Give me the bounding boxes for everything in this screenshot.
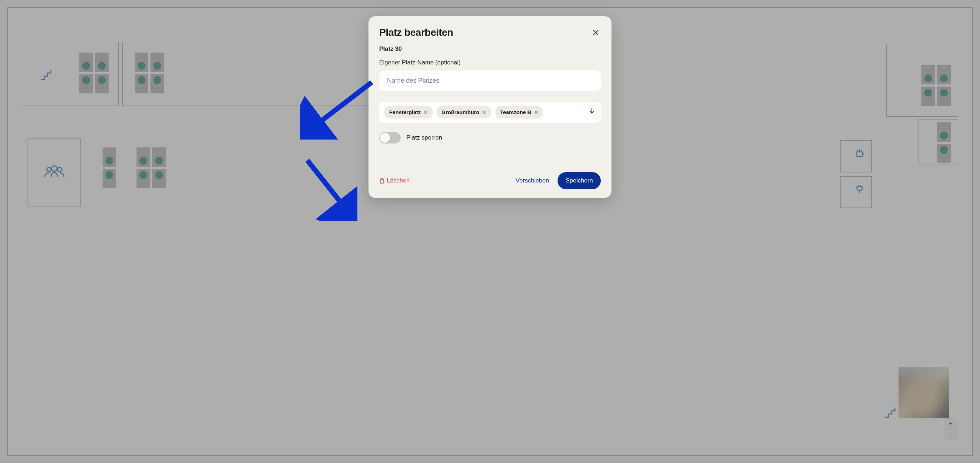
seat-identifier: Platz 30 [379,45,601,53]
close-button[interactable] [591,27,601,38]
edit-seat-modal: Platz bearbeiten Platz 30 Eigener Platz-… [369,16,611,198]
tag-remove-icon[interactable]: ✕ [534,110,538,115]
tag-chip: Fensterplatz ✕ [384,106,433,118]
name-field-label: Eigener Platz-Name (optional) [379,59,601,66]
tag-chip: Teamzone B ✕ [495,106,543,118]
lock-seat-toggle[interactable] [379,132,401,144]
delete-label: Löschen [387,177,410,184]
tag-label: Fensterplatz [389,109,421,115]
tag-label: Großraumbüro [441,109,479,115]
tag-chip: Großraumbüro ✕ [436,106,492,118]
save-button[interactable]: Speichern [558,172,601,189]
seat-name-input[interactable] [379,70,601,91]
move-button[interactable]: Verschieben [516,177,549,184]
trash-icon [379,178,385,184]
delete-button[interactable]: Löschen [379,177,410,184]
tag-dropdown-icon[interactable] [589,108,594,115]
modal-title: Platz bearbeiten [379,27,453,38]
tag-remove-icon[interactable]: ✕ [482,110,487,115]
tag-label: Teamzone B [500,109,531,115]
tag-remove-icon[interactable]: ✕ [423,110,428,115]
close-icon [593,29,599,36]
lock-seat-label: Platz sperren [406,134,442,141]
tags-box[interactable]: Fensterplatz ✕ Großraumbüro ✕ Teamzone B… [379,102,601,123]
